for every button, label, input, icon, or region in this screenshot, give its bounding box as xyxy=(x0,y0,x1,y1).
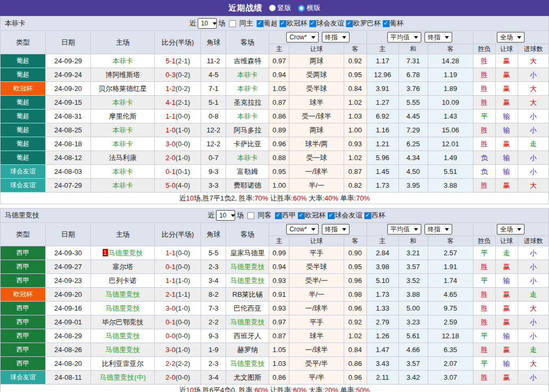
score-cell: 1-1(1-0) xyxy=(155,274,201,288)
league-cell: 球会友谊 xyxy=(1,165,46,179)
average-select[interactable]: 平均值 xyxy=(387,224,421,235)
result-goals-cell: 小 xyxy=(518,246,548,260)
league-checkbox[interactable] xyxy=(310,20,317,27)
league-checkbox-label: 球会友谊 xyxy=(335,211,362,220)
summary-segment: 60% xyxy=(254,386,268,392)
odds-home-cell: 0.89 xyxy=(269,123,289,137)
corner-cell: 4-5 xyxy=(201,68,226,82)
avg-home-cell: 1.73 xyxy=(367,288,398,302)
league-checkbox-label: 葡杯 xyxy=(390,19,404,28)
league-checkbox[interactable] xyxy=(364,212,371,219)
layout-option-vertical[interactable]: 竖版 xyxy=(269,3,292,13)
same-venue-checkbox[interactable] xyxy=(229,20,236,27)
league-checkbox[interactable] xyxy=(275,212,282,219)
away-team-cell: 富勒姆 xyxy=(226,165,269,179)
away-team-cell: 圣克拉拉 xyxy=(226,96,269,110)
handicap-cell: 半/一 xyxy=(289,179,344,193)
odds-away-cell: 0.84 xyxy=(344,82,367,96)
result-winloss-cell: 胜 xyxy=(473,137,495,151)
radio-horizontal-icon[interactable] xyxy=(298,5,305,12)
period-select[interactable]: 全场 xyxy=(497,224,525,235)
avg-home-cell: 1.16 xyxy=(367,123,398,137)
avg-draw-cell: 7.31 xyxy=(398,54,428,68)
result-handicap-cell: 赢 xyxy=(495,137,518,151)
league-checkbox-label: 球会友谊 xyxy=(317,19,344,28)
odds-home-cell: 0.88 xyxy=(269,151,289,165)
bookmaker-select[interactable]: Crow* xyxy=(286,224,319,235)
league-cell: 葡超 xyxy=(1,151,46,165)
avg-away-cell: 4.65 xyxy=(428,288,473,302)
odds-time-select[interactable]: 终指 xyxy=(322,32,350,43)
radio-vertical-icon[interactable] xyxy=(269,5,276,11)
summary-segment: 70% xyxy=(356,194,370,202)
result-winloss-cell: 胜 xyxy=(473,260,495,274)
handicap-cell: 一/球半 xyxy=(289,302,344,315)
avg-home-cell: 1.73 xyxy=(367,179,398,193)
league-checkbox[interactable] xyxy=(383,20,390,27)
score-cell: 2-0(1-0) xyxy=(155,151,201,165)
league-filter-group: 西甲欧冠杯球会友谊西杯 xyxy=(273,211,385,220)
summary-segment: 70% xyxy=(254,194,268,202)
result-handicap-cell: 赢 xyxy=(495,288,518,302)
result-handicap-cell: 走 xyxy=(495,246,518,260)
col-away: 客场 xyxy=(226,223,269,246)
league-cell: 球会友谊 xyxy=(1,371,46,385)
summary-segment: 60% xyxy=(293,194,307,202)
match-count-select[interactable]: 10 xyxy=(198,18,217,29)
away-team-cell: 费耶诺德 xyxy=(226,179,269,193)
avg-draw-cell: 5.61 xyxy=(398,329,428,343)
corner-cell: 12-2 xyxy=(201,123,226,137)
sub-col-winloss: 胜负 xyxy=(473,236,495,246)
league-checkbox[interactable] xyxy=(280,20,287,27)
away-team-cell: 吉维森特 xyxy=(226,54,269,68)
chevron-down-icon xyxy=(342,228,346,231)
league-cell: 西甲 xyxy=(1,343,46,357)
average-select[interactable]: 平均值 xyxy=(387,32,421,43)
league-checkbox[interactable] xyxy=(257,20,264,27)
bookmaker-select[interactable]: Crow* xyxy=(286,32,319,43)
home-team-cell: 马德里竞技 xyxy=(91,288,155,302)
league-checkbox[interactable] xyxy=(346,20,353,27)
away-team-cell: 赫罗纳 xyxy=(226,343,269,357)
avg-home-cell: 1.26 xyxy=(367,329,398,343)
handicap-cell: 一/球半 xyxy=(289,343,344,357)
period-select[interactable]: 全场 xyxy=(497,32,525,43)
match-row: 球会友谊24-07-29本菲卡5-0(4-0)3-3费耶诺德1.00半/一0.8… xyxy=(1,179,549,193)
score-cell: 1-0(1-0) xyxy=(155,123,201,137)
league-cell: 欧冠杯 xyxy=(1,82,46,96)
score-cell: 0-1(0-1) xyxy=(155,165,201,179)
home-team-cell: 法马利康 xyxy=(91,151,155,165)
same-venue-checkbox[interactable] xyxy=(247,212,254,219)
col-home: 主场 xyxy=(91,223,155,246)
sub-col-avg-away: 客 xyxy=(428,44,473,54)
league-checkbox[interactable] xyxy=(328,212,335,219)
handicap-cell: 平手 xyxy=(289,246,344,260)
avg-home-cell: 12.96 xyxy=(367,68,398,82)
average-time-select[interactable]: 终指 xyxy=(425,224,452,235)
match-count-select[interactable]: 10 xyxy=(216,210,235,221)
sub-col-home-odds: 主 xyxy=(269,44,289,54)
avg-home-cell: 3.43 xyxy=(367,357,398,371)
layout-option-horizontal[interactable]: 横版 xyxy=(298,3,321,13)
odds-home-cell: 0.97 xyxy=(269,315,289,329)
odds-away-cell: 0.87 xyxy=(344,165,367,179)
league-checkbox[interactable] xyxy=(298,212,305,219)
league-cell: 球会友谊 xyxy=(1,179,46,193)
odds-time-select[interactable]: 终指 xyxy=(322,224,350,235)
home-team-cell: 毕尔巴鄂竞技 xyxy=(91,315,155,329)
avg-home-cell: 2.79 xyxy=(367,315,398,329)
match-row: 西甲24-08-26马德里竞技3-0(1-0)1-9赫罗纳1.05一/球半0.8… xyxy=(1,343,549,357)
result-handicap-cell: 赢 xyxy=(495,260,518,274)
score-cell: 3-0(1-0) xyxy=(155,343,201,357)
summary-segment: 近 xyxy=(179,386,186,392)
league-cell: 西甲 xyxy=(1,329,46,343)
col-date: 日期 xyxy=(46,223,91,246)
average-time-select[interactable]: 终指 xyxy=(425,32,452,43)
result-goals-cell: 走 xyxy=(518,288,548,302)
handicap-cell: 两球 xyxy=(289,54,344,68)
away-team-cell: 马德里竞技 xyxy=(226,260,269,274)
summary-segment: 大率: xyxy=(307,386,325,392)
period-select-value: 全场 xyxy=(500,33,513,42)
sub-col-away-odds: 客 xyxy=(344,236,367,246)
league-checkbox-label: 西甲 xyxy=(282,211,296,220)
